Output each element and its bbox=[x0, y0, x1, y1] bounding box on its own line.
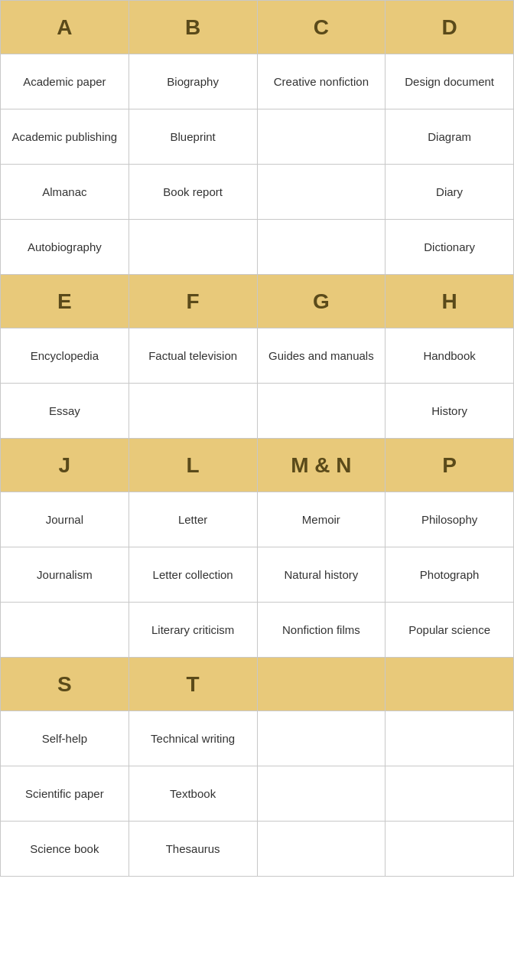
header-cell-0-0: A bbox=[1, 1, 129, 54]
data-cell-0-3-0: Autobiography bbox=[1, 220, 129, 275]
data-cell-1-1-2 bbox=[257, 384, 386, 439]
data-cell-2-0-2: Memoir bbox=[257, 492, 386, 547]
data-cell-2-0-0: Journal bbox=[1, 492, 129, 547]
data-cell-0-3-2 bbox=[257, 220, 386, 275]
data-cell-0-1-1: Blueprint bbox=[128, 109, 257, 165]
header-cell-0-3: D bbox=[386, 1, 514, 54]
header-cell-1-0: E bbox=[1, 275, 129, 328]
data-cell-1-1-1 bbox=[128, 384, 257, 439]
header-cell-3-2 bbox=[257, 658, 386, 711]
data-cell-1-0-2: Guides and manuals bbox=[257, 328, 386, 384]
data-cell-0-0-3: Design document bbox=[386, 54, 514, 109]
header-cell-2-1: L bbox=[128, 439, 257, 492]
header-cell-1-2: G bbox=[257, 275, 386, 328]
data-cell-2-1-0: Journalism bbox=[1, 547, 129, 603]
data-cell-3-1-0: Scientific paper bbox=[1, 766, 129, 822]
data-cell-3-1-3 bbox=[386, 766, 514, 822]
data-cell-1-1-0: Essay bbox=[1, 384, 129, 439]
data-cell-2-2-0 bbox=[1, 603, 129, 658]
main-table: ABCDAcademic paperBiographyCreative nonf… bbox=[0, 0, 514, 877]
data-cell-0-1-2 bbox=[257, 109, 386, 165]
header-cell-3-0: S bbox=[1, 658, 129, 711]
header-cell-1-3: H bbox=[386, 275, 514, 328]
header-cell-2-0: J bbox=[1, 439, 129, 492]
data-cell-0-3-3: Dictionary bbox=[386, 220, 514, 275]
data-cell-1-1-3: History bbox=[386, 384, 514, 439]
data-cell-0-0-0: Academic paper bbox=[1, 54, 129, 109]
header-cell-1-1: F bbox=[128, 275, 257, 328]
data-cell-3-2-3 bbox=[386, 822, 514, 877]
data-cell-2-2-3: Popular science bbox=[386, 603, 514, 658]
data-cell-0-2-1: Book report bbox=[128, 165, 257, 220]
data-cell-2-2-1: Literary criticism bbox=[128, 603, 257, 658]
header-cell-2-3: P bbox=[386, 439, 514, 492]
data-cell-1-0-3: Handbook bbox=[386, 328, 514, 384]
header-cell-2-2: M & N bbox=[257, 439, 386, 492]
data-cell-2-0-1: Letter bbox=[128, 492, 257, 547]
header-cell-3-3 bbox=[386, 658, 514, 711]
data-cell-0-2-2 bbox=[257, 165, 386, 220]
data-cell-3-1-1: Textbook bbox=[128, 766, 257, 822]
data-cell-2-1-1: Letter collection bbox=[128, 547, 257, 603]
data-cell-0-3-1 bbox=[128, 220, 257, 275]
data-cell-3-0-0: Self-help bbox=[1, 711, 129, 766]
data-cell-3-2-2 bbox=[257, 822, 386, 877]
data-cell-1-0-0: Encyclopedia bbox=[1, 328, 129, 384]
data-cell-3-1-2 bbox=[257, 766, 386, 822]
data-cell-3-2-0: Science book bbox=[1, 822, 129, 877]
data-cell-0-2-0: Almanac bbox=[1, 165, 129, 220]
header-cell-0-2: C bbox=[257, 1, 386, 54]
data-cell-2-1-2: Natural history bbox=[257, 547, 386, 603]
data-cell-0-1-0: Academic publishing bbox=[1, 109, 129, 165]
data-cell-0-1-3: Diagram bbox=[386, 109, 514, 165]
data-cell-1-0-1: Factual television bbox=[128, 328, 257, 384]
data-cell-3-0-1: Technical writing bbox=[128, 711, 257, 766]
data-cell-2-1-3: Photograph bbox=[386, 547, 514, 603]
data-cell-3-0-2 bbox=[257, 711, 386, 766]
data-cell-2-0-3: Philosophy bbox=[386, 492, 514, 547]
data-cell-0-0-2: Creative nonfiction bbox=[257, 54, 386, 109]
header-cell-3-1: T bbox=[128, 658, 257, 711]
data-cell-0-2-3: Diary bbox=[386, 165, 514, 220]
data-cell-2-2-2: Nonfiction films bbox=[257, 603, 386, 658]
header-cell-0-1: B bbox=[128, 1, 257, 54]
data-cell-3-0-3 bbox=[386, 711, 514, 766]
data-cell-3-2-1: Thesaurus bbox=[128, 822, 257, 877]
data-cell-0-0-1: Biography bbox=[128, 54, 257, 109]
